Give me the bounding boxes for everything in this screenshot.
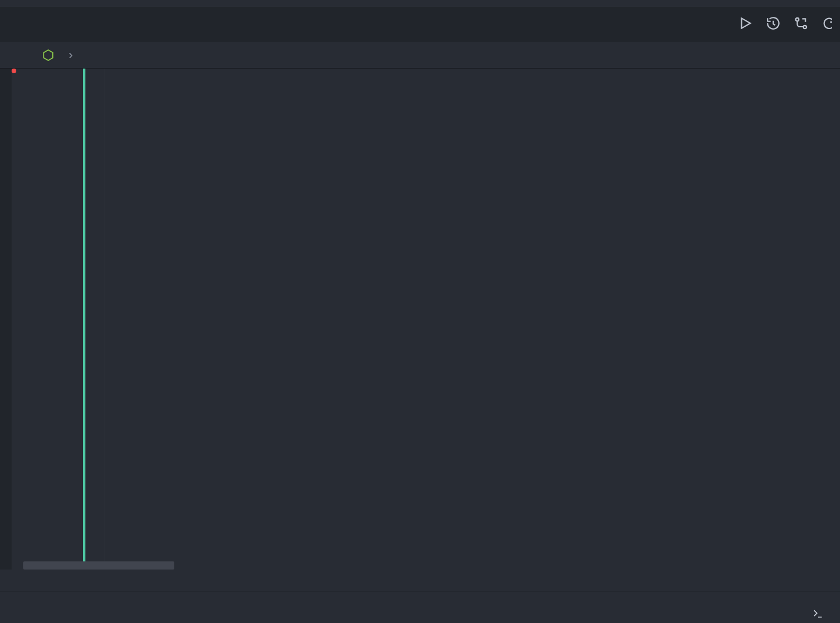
compare-changes-icon[interactable]: [794, 16, 809, 34]
editor-actions: [738, 7, 832, 42]
editor[interactable]: [0, 69, 840, 570]
horizontal-scrollbar[interactable]: [23, 561, 840, 570]
annotation-highlight-box: [12, 69, 16, 73]
panel-tab-bar: [0, 592, 840, 623]
git-change-indicator: [83, 69, 85, 568]
nodejs-icon: [42, 49, 55, 62]
svg-point-0: [796, 17, 799, 20]
run-icon[interactable]: [738, 16, 753, 34]
tab-bar: [0, 7, 840, 42]
title-bar-faded: [0, 0, 840, 7]
indent-guide: [105, 69, 105, 568]
svg-point-1: [803, 25, 806, 28]
breadcrumb[interactable]: ›: [0, 42, 840, 69]
revert-icon[interactable]: [821, 16, 832, 34]
terminal-picker[interactable]: [812, 608, 830, 620]
activity-bar-sliver: [0, 69, 12, 570]
chevron-right-icon: ›: [69, 48, 73, 63]
scrollbar-thumb[interactable]: [23, 561, 174, 570]
history-icon[interactable]: [766, 16, 781, 34]
